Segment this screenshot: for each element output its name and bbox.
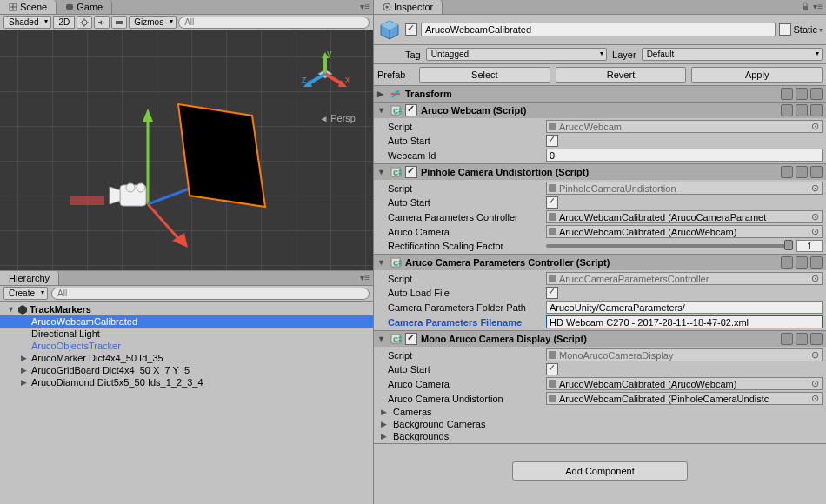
gear-icon[interactable]: [810, 333, 823, 345]
hierarchy-item[interactable]: ArucoObjectsTracker: [0, 340, 373, 352]
property-checkbox[interactable]: [546, 287, 558, 299]
property-object-field: ArucoCameraParametersController: [546, 272, 823, 285]
help-icon[interactable]: [781, 104, 793, 116]
camera-gizmo-icon: [104, 178, 157, 213]
tag-dropdown[interactable]: Untagged: [426, 48, 607, 61]
reset-icon[interactable]: [796, 333, 808, 345]
reset-icon[interactable]: [796, 166, 808, 178]
property-foldout[interactable]: ▶Background Cameras: [377, 418, 823, 430]
collapse-arrow-icon[interactable]: ▼: [377, 106, 386, 115]
help-icon[interactable]: [781, 256, 793, 269]
property-checkbox[interactable]: [546, 196, 558, 209]
layer-dropdown[interactable]: Default: [642, 48, 823, 61]
property-object-field[interactable]: ArucoWebcamCalibrated (ArucoCameraParame…: [546, 210, 823, 223]
component-header[interactable]: ▼c#Mono Aruco Camera Display (Script): [374, 331, 826, 347]
property-text-input[interactable]: [546, 315, 823, 328]
gear-icon[interactable]: [810, 256, 823, 269]
svg-rect-32: [70, 196, 104, 205]
component-enabled-checkbox[interactable]: [405, 333, 417, 345]
selected-object-quad: [174, 100, 278, 213]
property-foldout[interactable]: ▶Cameras: [377, 406, 823, 418]
scene-search[interactable]: [178, 17, 370, 29]
component-enabled-checkbox[interactable]: [405, 166, 417, 178]
hierarchy-item[interactable]: ▶ArucoGridBoard Dict4x4_50 X_7 Y_5: [0, 364, 373, 376]
component-header[interactable]: ▼c#Aruco Camera Parameters Controller (S…: [374, 255, 826, 270]
expand-arrow-icon[interactable]: ▶: [381, 420, 390, 428]
prefab-select-button[interactable]: Select: [419, 67, 550, 83]
gear-icon[interactable]: [810, 104, 823, 116]
static-dropdown-icon[interactable]: ▾: [819, 26, 823, 34]
hierarchy-item[interactable]: ▶ArucoDiamond Dict5x5_50 Ids_1_2_3_4: [0, 376, 373, 388]
scene-tab[interactable]: Scene: [0, 0, 57, 14]
component-header[interactable]: ▼c#Pinhole Camera Undistortion (Script): [374, 164, 826, 180]
property-text-input[interactable]: [546, 149, 823, 162]
expand-arrow-icon[interactable]: ▶: [21, 354, 30, 362]
inspector-tab[interactable]: Inspector: [374, 0, 443, 14]
expand-arrow-icon[interactable]: ▶: [21, 366, 30, 375]
tag-label: Tag: [405, 50, 421, 60]
audio-toggle[interactable]: [94, 16, 110, 29]
transform-header[interactable]: ▶ Transform: [374, 86, 826, 102]
marker-gizmo: [70, 192, 104, 209]
property-checkbox[interactable]: [546, 363, 558, 375]
gear-icon[interactable]: [810, 166, 823, 178]
help-icon[interactable]: [781, 166, 793, 178]
enabled-checkbox[interactable]: [405, 23, 417, 36]
collapse-arrow-icon[interactable]: ▶: [377, 90, 386, 98]
collapse-arrow-icon[interactable]: ▼: [377, 258, 386, 267]
lighting-toggle[interactable]: [77, 16, 92, 29]
persp-label[interactable]: ◄ Persp: [320, 113, 356, 123]
property-checkbox[interactable]: [546, 135, 558, 147]
collapse-arrow-icon[interactable]: ▼: [377, 168, 386, 176]
hierarchy-search[interactable]: [51, 288, 370, 300]
gizmos-dropdown[interactable]: Gizmos: [129, 16, 177, 29]
collapse-arrow-icon[interactable]: ▼: [377, 335, 386, 343]
property-object-field[interactable]: ArucoWebcamCalibrated (ArucoWebcam): [546, 225, 823, 238]
gear-icon[interactable]: [810, 88, 823, 100]
panel-menu-icon[interactable]: ▾≡: [360, 2, 370, 11]
reset-icon[interactable]: [796, 88, 808, 100]
hierarchy-item[interactable]: Directional Light: [0, 328, 373, 340]
property-slider-value[interactable]: [796, 240, 823, 252]
unity-logo-icon: [17, 304, 28, 315]
help-icon[interactable]: [781, 88, 793, 100]
prefab-apply-button[interactable]: Apply: [691, 67, 823, 83]
property-row: ScriptMonoArucoCameraDisplay: [377, 348, 823, 362]
2d-toggle[interactable]: 2D: [53, 16, 75, 29]
panel-menu-icon[interactable]: ▾≡: [813, 2, 823, 11]
orientation-gizmo[interactable]: y x z: [295, 48, 356, 109]
property-object-field[interactable]: ArucoWebcamCalibrated (PinholeCameraUndi…: [546, 392, 823, 405]
gameobject-name-input[interactable]: [421, 23, 776, 36]
hierarchy-item[interactable]: ArucoWebcamCalibrated: [0, 315, 373, 328]
static-checkbox[interactable]: [779, 23, 791, 36]
property-foldout[interactable]: ▶Backgrounds: [377, 430, 823, 442]
scene-viewport[interactable]: y x z ◄ Persp: [0, 30, 373, 270]
hierarchy-tab[interactable]: Hierarchy: [0, 271, 59, 285]
inspector-scroll[interactable]: ▶ Transform ▼c#Aruco Webcam (Script)Scri…: [374, 86, 826, 504]
scene-root[interactable]: ▼ TrackMarkers: [0, 303, 373, 315]
prefab-revert-button[interactable]: Revert: [556, 67, 687, 83]
game-tab[interactable]: Game: [57, 0, 112, 14]
prefab-label: Prefab: [377, 70, 414, 80]
expand-arrow-icon[interactable]: ▶: [21, 378, 30, 387]
expand-arrow-icon[interactable]: ▶: [381, 408, 390, 416]
property-row: ScriptArucoCameraParametersController: [377, 271, 823, 286]
hierarchy-item[interactable]: ▶ArucoMarker Dict4x4_50 Id_35: [0, 352, 373, 364]
component-enabled-checkbox[interactable]: [405, 104, 417, 116]
reset-icon[interactable]: [796, 256, 808, 269]
help-icon[interactable]: [781, 333, 793, 345]
gameobject-icon[interactable]: [377, 17, 402, 42]
property-slider[interactable]: [546, 244, 793, 248]
reset-icon[interactable]: [796, 104, 808, 116]
panel-menu-icon[interactable]: ▾≡: [360, 273, 370, 282]
expand-arrow-icon[interactable]: ▶: [381, 432, 390, 441]
fx-toggle[interactable]: [111, 16, 127, 29]
lock-icon[interactable]: [801, 2, 809, 11]
add-component-button[interactable]: Add Component: [512, 461, 688, 481]
property-object-field[interactable]: ArucoWebcamCalibrated (ArucoWebcam): [546, 377, 823, 390]
create-dropdown[interactable]: Create: [3, 287, 48, 300]
shading-dropdown[interactable]: Shaded: [3, 16, 51, 29]
component-header[interactable]: ▼c#Aruco Webcam (Script): [374, 103, 826, 118]
expand-arrow-icon[interactable]: ▼: [7, 305, 16, 314]
property-text-input[interactable]: [546, 301, 823, 314]
